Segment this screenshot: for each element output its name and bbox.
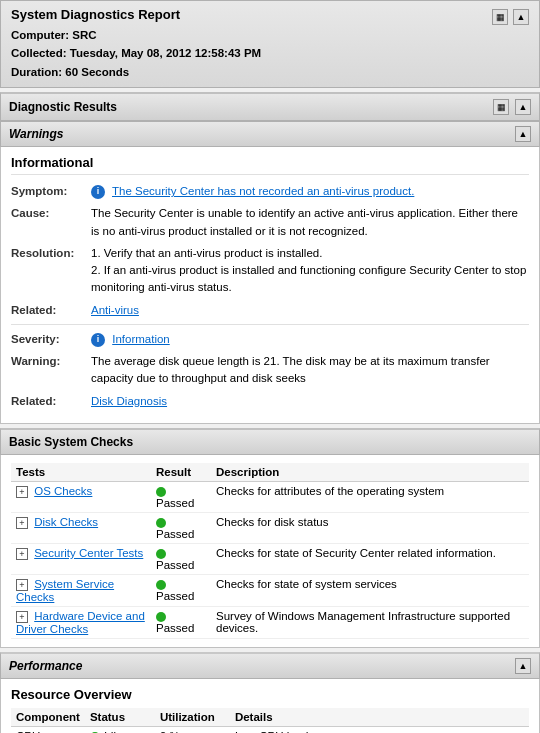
- expand-icon[interactable]: +: [16, 517, 28, 529]
- informational-title: Informational: [11, 155, 529, 175]
- related-value: Anti-virus: [91, 302, 529, 319]
- description-cell: Checks for state of system services: [211, 574, 529, 606]
- report-meta: Computer: SRC Collected: Tuesday, May 08…: [11, 26, 529, 81]
- details-cell: Low CPU load.: [230, 726, 529, 733]
- expand-icon[interactable]: +: [16, 611, 28, 623]
- severity-label: Severity:: [11, 331, 91, 348]
- checks-table: Tests Result Description + OS Checks Pas…: [11, 463, 529, 639]
- test-cell: + Security Center Tests: [11, 543, 151, 574]
- disk-related-value: Disk Diagnosis: [91, 393, 529, 410]
- expand-icon[interactable]: +: [16, 486, 28, 498]
- cause-label: Cause:: [11, 205, 91, 240]
- basic-checks-block: Tests Result Description + OS Checks Pas…: [0, 455, 540, 648]
- diagnostic-chevron-icon[interactable]: ▲: [515, 99, 531, 115]
- test-cell: + Disk Checks: [11, 512, 151, 543]
- table-row: + Disk Checks Passed Checks for disk sta…: [11, 512, 529, 543]
- severity-row: Severity: i Information: [11, 324, 529, 348]
- description-cell: Checks for state of Security Center rela…: [211, 543, 529, 574]
- antivirus-link[interactable]: Anti-virus: [91, 304, 139, 316]
- description-cell: Survey of Windows Management Infrastruct…: [211, 606, 529, 638]
- cause-value: The Security Center is unable to identif…: [91, 205, 529, 240]
- warning-row: Warning: The average disk queue length i…: [11, 353, 529, 388]
- description-cell: Checks for disk status: [211, 512, 529, 543]
- passed-dot: [156, 487, 166, 497]
- resolution-row: Resolution: 1. Verify that an anti-virus…: [11, 245, 529, 297]
- warnings-title: Warnings: [9, 127, 63, 141]
- warning-value: The average disk queue length is 21. The…: [91, 353, 529, 388]
- informational-block: Informational Symptom: i The Security Ce…: [0, 147, 540, 424]
- resource-title: Resource Overview: [11, 687, 529, 702]
- col-component-header: Component: [11, 708, 85, 727]
- test-link[interactable]: Hardware Device and Driver Checks: [16, 610, 145, 635]
- result-cell: Passed: [151, 512, 211, 543]
- related-label: Related:: [11, 302, 91, 319]
- grid-icon[interactable]: ▦: [492, 9, 508, 25]
- test-cell: + System Service Checks: [11, 574, 151, 606]
- severity-link[interactable]: Information: [112, 333, 170, 345]
- result-cell: Passed: [151, 543, 211, 574]
- resolution-value: 1. Verify that an anti-virus product is …: [91, 245, 529, 297]
- severity-value: i Information: [91, 331, 529, 348]
- disk-related-row: Related: Disk Diagnosis: [11, 393, 529, 410]
- table-row: + System Service Checks Passed Checks fo…: [11, 574, 529, 606]
- cause-row: Cause: The Security Center is unable to …: [11, 205, 529, 240]
- table-row: + Security Center Tests Passed Checks fo…: [11, 543, 529, 574]
- test-link[interactable]: System Service Checks: [16, 578, 114, 603]
- symptom-label: Symptom:: [11, 183, 91, 200]
- status-cell: Idle: [85, 726, 155, 733]
- expand-icon[interactable]: +: [16, 548, 28, 560]
- warnings-header[interactable]: Warnings ▲: [0, 121, 540, 147]
- symptom-icon: i: [91, 185, 105, 199]
- test-cell: + OS Checks: [11, 481, 151, 512]
- test-cell: + Hardware Device and Driver Checks: [11, 606, 151, 638]
- expand-icon[interactable]: +: [16, 579, 28, 591]
- performance-header[interactable]: Performance ▲: [0, 652, 540, 679]
- description-cell: Checks for attributes of the operating s…: [211, 481, 529, 512]
- utilization-cell: 9 %: [155, 726, 230, 733]
- symptom-link[interactable]: The Security Center has not recorded an …: [112, 185, 414, 197]
- table-row: + OS Checks Passed Checks for attributes…: [11, 481, 529, 512]
- warning-label: Warning:: [11, 353, 91, 388]
- passed-dot: [156, 549, 166, 559]
- result-cell: Passed: [151, 574, 211, 606]
- diagnostic-results-title: Diagnostic Results: [9, 100, 117, 114]
- chevron-up-icon[interactable]: ▲: [513, 9, 529, 25]
- component-cell: CPU: [11, 726, 85, 733]
- col-util-header: Utilization: [155, 708, 230, 727]
- disk-diagnosis-link[interactable]: Disk Diagnosis: [91, 395, 167, 407]
- col-description-header: Description: [211, 463, 529, 482]
- severity-icon: i: [91, 333, 105, 347]
- resource-table: Component Status Utilization Details CPU…: [11, 708, 529, 733]
- performance-chevron-icon[interactable]: ▲: [515, 658, 531, 674]
- report-title: System Diagnostics Report: [11, 7, 180, 22]
- performance-title: Performance: [9, 659, 82, 673]
- resource-block: Resource Overview Component Status Utili…: [0, 679, 540, 733]
- passed-dot: [156, 580, 166, 590]
- col-status-header: Status: [85, 708, 155, 727]
- passed-dot: [156, 612, 166, 622]
- diagnostic-grid-icon[interactable]: ▦: [493, 99, 509, 115]
- warnings-chevron-icon[interactable]: ▲: [515, 126, 531, 142]
- report-header: System Diagnostics Report ▦ ▲ Computer: …: [0, 0, 540, 88]
- diagnostic-results-icons: ▦ ▲: [493, 99, 531, 115]
- resolution-label: Resolution:: [11, 245, 91, 297]
- disk-related-label: Related:: [11, 393, 91, 410]
- col-result-header: Result: [151, 463, 211, 482]
- test-link[interactable]: Security Center Tests: [34, 547, 143, 559]
- col-details-header: Details: [230, 708, 529, 727]
- passed-dot: [156, 518, 166, 528]
- col-tests-header: Tests: [11, 463, 151, 482]
- basic-checks-header: Basic System Checks: [0, 428, 540, 455]
- symptom-value: i The Security Center has not recorded a…: [91, 183, 529, 200]
- list-item: CPU Idle 9 % Low CPU load.: [11, 726, 529, 733]
- related-row: Related: Anti-virus: [11, 302, 529, 319]
- result-cell: Passed: [151, 606, 211, 638]
- test-link[interactable]: OS Checks: [34, 485, 92, 497]
- basic-checks-title: Basic System Checks: [9, 435, 133, 449]
- result-cell: Passed: [151, 481, 211, 512]
- test-link[interactable]: Disk Checks: [34, 516, 98, 528]
- symptom-row: Symptom: i The Security Center has not r…: [11, 183, 529, 200]
- diagnostic-results-header[interactable]: Diagnostic Results ▦ ▲: [0, 92, 540, 121]
- table-row: + Hardware Device and Driver Checks Pass…: [11, 606, 529, 638]
